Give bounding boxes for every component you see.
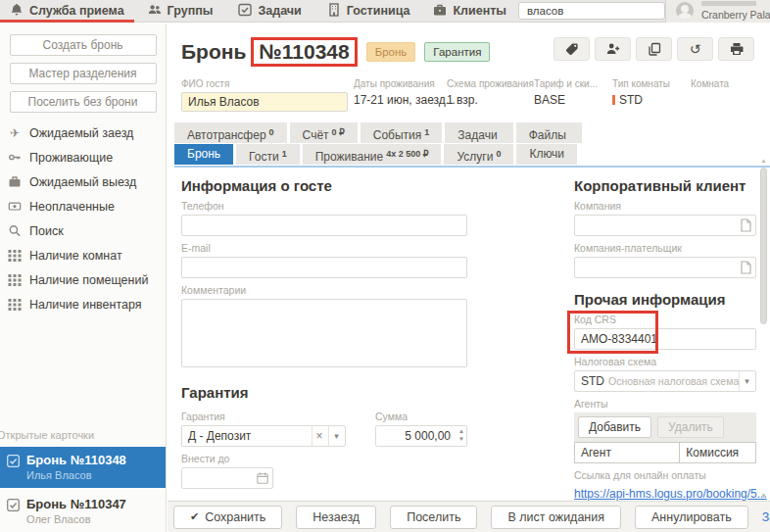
global-search-input[interactable] (518, 2, 665, 20)
tag-icon (565, 42, 579, 56)
nav-label: Гостиница (347, 4, 410, 18)
app-window: Служба приема Группы Задачи Гостиница Кл… (0, 0, 770, 532)
add-agent-button[interactable]: Добавить (578, 416, 651, 438)
stepper-up-icon[interactable]: ▲ (458, 427, 464, 435)
guarantee-sum-input[interactable] (375, 425, 467, 447)
sidebar-item-label: Проживающие (29, 151, 113, 165)
other-info-title: Прочая информация (574, 291, 756, 308)
tags-button[interactable] (553, 37, 590, 61)
field-rate[interactable]: Тариф и ски... BASE (534, 78, 598, 107)
cancel-booking-button[interactable]: Аннулировать (635, 506, 748, 529)
tab-invoice[interactable]: Счёт0 ₽ (290, 122, 358, 143)
tasks-icon (238, 3, 252, 17)
tab-events[interactable]: События1 (361, 122, 443, 143)
guest-info-title: Информация о госте (181, 177, 467, 194)
nav-tasks[interactable]: Задачи (238, 4, 301, 18)
sidebar-item-label: Наличие комнат (29, 249, 122, 263)
tabs-row-bottom: Бронь Гости1 Проживание4х 2 500 ₽ Услуги… (174, 144, 770, 165)
tax-scheme-select[interactable]: STDОсновная налоговая схема ▾ (574, 370, 756, 392)
sidebar-item-in-house[interactable]: Проживающие (0, 145, 166, 169)
tab-files[interactable]: Файлы (516, 122, 582, 143)
tab-services[interactable]: Услуги0 (444, 144, 513, 165)
hotel-icon (327, 3, 341, 17)
money-icon (8, 200, 22, 213)
nav-front-desk[interactable]: Служба приема (10, 4, 124, 18)
booking-tabs: Автотрансфер0 Счёт0 ₽ События1 Задачи Фа… (168, 122, 770, 168)
field-room-type[interactable]: Тип комнаты STD (612, 78, 670, 107)
sidebar-item-expected-departure[interactable]: Ожидаемый выезд (0, 169, 166, 194)
form-scrollbar[interactable]: ▲ ▼ (759, 158, 768, 499)
booking-toolbar: ↺ (553, 37, 754, 61)
chevron-down-icon[interactable]: ▾ (328, 426, 344, 446)
save-button[interactable]: ✔ Сохранить (173, 506, 282, 529)
history-button[interactable]: ↺ (677, 37, 713, 61)
sum-stepper[interactable]: ▲ ▼ (458, 427, 464, 443)
copy-button[interactable] (636, 37, 672, 61)
guarantee-type-select[interactable]: Д - Депозит × ▾ (181, 425, 346, 447)
checkin-without-booking-button[interactable]: Поселить без брони (10, 91, 157, 113)
no-show-button[interactable]: Незаезд (296, 506, 376, 529)
agents-toolbar: Добавить Удалить (574, 412, 756, 442)
nav-groups[interactable]: Группы (148, 4, 214, 18)
field-room[interactable]: Комната (691, 78, 729, 93)
open-card-booking-110347[interactable]: Бронь №110347 Олег Власов (0, 491, 166, 532)
form-left-column: Информация о госте Телефон E-mail Коммен… (181, 177, 467, 522)
calendar-icon[interactable] (257, 472, 268, 484)
scroll-down-icon[interactable]: ▼ (759, 493, 768, 499)
tab-guests[interactable]: Гости1 (236, 144, 300, 165)
nav-hotel[interactable]: Гостиница (327, 4, 410, 18)
scroll-up-icon[interactable]: ▲ (759, 158, 768, 164)
scrollbar-thumb[interactable] (760, 168, 767, 324)
print-button[interactable] (718, 37, 754, 61)
sidebar: Создать бронь Мастер разделения Поселить… (0, 24, 167, 532)
avatar (676, 2, 694, 20)
tab-tasks[interactable]: Задачи (445, 122, 512, 143)
briefcase-icon (433, 3, 447, 17)
remove-agent-button[interactable]: Удалить (657, 416, 724, 438)
guest-name-input[interactable]: Илья Власов (181, 92, 348, 112)
sidebar-item-expected-arrival[interactable]: ✈ Ожидаемый заезд (0, 121, 166, 145)
phone-field[interactable] (181, 215, 467, 236)
account-panel[interactable]: Cranberry Palace (665, 0, 770, 23)
tab-booking[interactable]: Бронь (174, 144, 233, 165)
online-payment-link[interactable]: https://api-hms.logus.pro/booking/5... (574, 487, 767, 501)
open-card-title: Бронь №110347 (26, 497, 158, 511)
open-card-booking-110348[interactable]: Бронь №110348 Илья Власов (0, 447, 166, 488)
tab-stay[interactable]: Проживание4х 2 500 ₽ (303, 144, 442, 165)
sidebar-item-label: Неоплаченные (29, 200, 115, 214)
payer-company-field[interactable] (574, 257, 756, 278)
sidebar-item-unpaid[interactable]: Неоплаченные (0, 194, 166, 218)
sidebar-item-room-availability[interactable]: Наличие комнат (0, 243, 166, 267)
checked-card-icon (7, 455, 20, 467)
sidebar-menu: ✈ Ожидаемый заезд Проживающие Ожидаемый … (0, 121, 166, 316)
sidebar-item-label: Наличие инвентаря (29, 298, 142, 312)
document-icon[interactable] (740, 218, 752, 232)
payment-link-label: Ссылка для онлайн оплаты (574, 469, 756, 481)
sidebar-item-space-availability[interactable]: Наличие помещений (0, 267, 166, 292)
check-in-button[interactable]: Поселить (390, 506, 477, 529)
email-field[interactable] (181, 257, 467, 278)
add-guest-button[interactable] (595, 37, 631, 61)
sidebar-item-search[interactable]: Поиск (0, 218, 166, 243)
field-stay-dates[interactable]: Даты проживания 17-21 июн, заезд... (354, 78, 456, 107)
waitlist-button[interactable]: В лист ожидания (491, 506, 621, 529)
document-icon[interactable] (740, 261, 752, 274)
close-button[interactable]: Закрыть (762, 510, 770, 524)
bell-icon (10, 3, 24, 17)
crs-code-field[interactable] (574, 328, 756, 350)
nav-label: Задачи (258, 4, 301, 18)
plane-icon: ✈ (8, 126, 22, 140)
create-booking-button[interactable]: Создать бронь (10, 34, 157, 56)
stepper-down-icon[interactable]: ▼ (458, 435, 464, 443)
tab-transfer[interactable]: Автотрансфер0 (174, 122, 287, 143)
sidebar-item-inventory-availability[interactable]: Наличие инвентаря (0, 292, 166, 316)
clear-icon[interactable]: × (312, 426, 326, 446)
split-master-button[interactable]: Мастер разделения (10, 63, 157, 84)
nav-clients[interactable]: Клиенты (433, 4, 506, 18)
tab-keys[interactable]: Ключи (516, 144, 577, 165)
chevron-down-icon[interactable]: ▾ (739, 371, 754, 391)
field-occupancy[interactable]: Схема проживания 1 взр. (447, 78, 534, 107)
company-field[interactable] (574, 215, 756, 236)
comments-field[interactable] (181, 299, 467, 367)
open-card-title: Бронь №110348 (26, 453, 158, 467)
